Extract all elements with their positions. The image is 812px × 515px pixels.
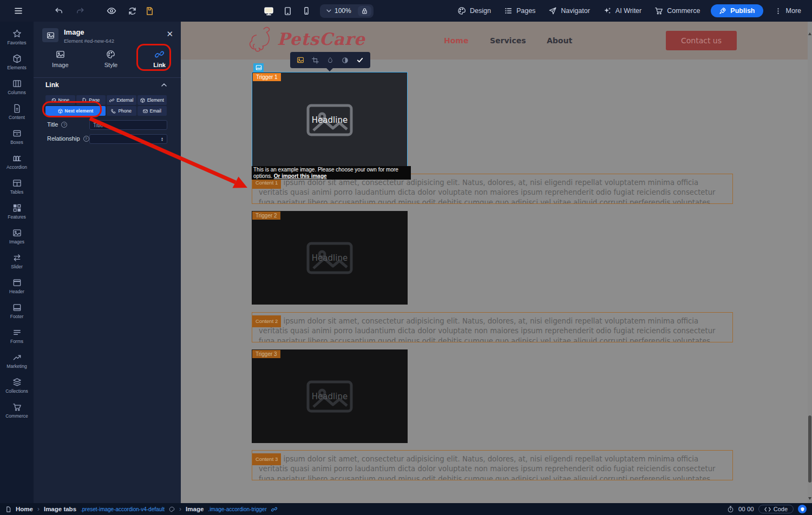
pages-button[interactable]: Pages xyxy=(499,6,541,15)
sidebar-item-commerce[interactable]: Commerce xyxy=(0,398,34,423)
nav-home[interactable]: Home xyxy=(444,36,468,45)
publish-button[interactable]: Publish xyxy=(711,4,763,17)
link-type-grid: None Page External Element Next element … xyxy=(45,95,167,116)
content-text: Lorem ipsum dolor sit amet, consectetur … xyxy=(259,455,715,480)
breadcrumb-image[interactable]: Image xyxy=(186,506,204,512)
image-accordion-trigger-2[interactable]: Trigger 2 Headline xyxy=(252,211,408,305)
import-image-link[interactable]: Or import this image xyxy=(274,173,327,179)
tab-style[interactable]: Style xyxy=(104,50,117,68)
close-icon[interactable]: ✕ xyxy=(166,29,173,39)
desktop-view-icon[interactable] xyxy=(263,5,274,16)
image-settings-panel: Image Element #ed-new-642 ✕ Image Style … xyxy=(34,22,181,503)
accordion-content-3[interactable]: Content 3 Lorem ipsum dolor sit amet, co… xyxy=(252,450,733,480)
menu-icon[interactable] xyxy=(13,5,24,16)
sidebar-item-slider[interactable]: Slider xyxy=(0,249,34,274)
undo-icon[interactable] xyxy=(53,5,64,16)
save-icon[interactable] xyxy=(144,5,155,16)
trigger-class-name[interactable]: .image-accordion-trigger xyxy=(208,506,266,512)
zoom-level: 100% xyxy=(335,7,351,15)
link-type-external[interactable]: External xyxy=(107,95,136,105)
toolbar-right-group: Design Pages Navigator AI Writer Commerc… xyxy=(452,0,807,22)
help-icon[interactable]: ? xyxy=(61,122,67,128)
sidebar-item-content[interactable]: Content xyxy=(0,100,34,124)
chevron-right-icon: › xyxy=(179,505,181,513)
nav-services[interactable]: Services xyxy=(490,36,526,45)
sidebar-item-images[interactable]: Images xyxy=(0,224,34,249)
tablet-view-icon[interactable] xyxy=(282,5,293,16)
link-type-element[interactable]: Element xyxy=(137,95,167,105)
ai-writer-button[interactable]: AI Writer xyxy=(598,6,647,15)
image-element-tag[interactable] xyxy=(253,63,264,72)
top-toolbar: 100% Design Pages Navigator xyxy=(0,0,812,22)
sidebar-item-marketing[interactable]: Marketing xyxy=(0,348,34,373)
image-accordion-trigger-3[interactable]: Trigger 3 Headline xyxy=(252,349,408,443)
accordion-content-2[interactable]: Content 2 Lorem ipsum dolor sit amet, co… xyxy=(252,312,733,342)
box-icon xyxy=(12,129,22,138)
palette-icon xyxy=(457,6,466,15)
palette-icon[interactable] xyxy=(169,506,175,512)
sidebar-item-boxes[interactable]: Boxes xyxy=(0,124,34,149)
contact-us-button[interactable]: Contact us xyxy=(666,31,737,50)
link-chain-icon xyxy=(155,50,164,59)
zoom-dropdown[interactable]: 100% xyxy=(322,6,356,16)
navigator-button[interactable]: Navigator xyxy=(543,6,595,15)
header-icon xyxy=(12,278,22,287)
sidebar-item-footer[interactable]: Footer xyxy=(0,299,34,323)
breadcrumb-home[interactable]: Home xyxy=(16,506,33,512)
crop-icon[interactable] xyxy=(311,56,320,64)
redo-icon[interactable] xyxy=(75,5,86,16)
preview-eye-icon[interactable] xyxy=(106,5,117,16)
sidebar-item-elements[interactable]: Elements xyxy=(0,50,34,75)
assistant-badge[interactable] xyxy=(798,505,807,513)
canvas-scrollbar[interactable] xyxy=(808,22,812,503)
link-type-phone[interactable]: Phone xyxy=(107,106,136,116)
sidebar-item-accordion[interactable]: Accordion xyxy=(0,149,34,174)
sidebar-item-collections[interactable]: Collections xyxy=(0,373,34,398)
image-accordion-trigger-1[interactable]: Trigger 1 Headline xyxy=(252,72,408,168)
more-button[interactable]: More xyxy=(769,7,807,15)
confirm-check-icon[interactable] xyxy=(356,56,364,64)
link-chain-icon[interactable] xyxy=(271,506,277,512)
site-logo[interactable]: PetsCare xyxy=(249,25,365,52)
sidebar-item-columns[interactable]: Columns xyxy=(0,75,34,100)
tab-link[interactable]: Link xyxy=(153,50,166,68)
scroll-up-arrow[interactable] xyxy=(808,32,811,35)
commerce-button[interactable]: Commerce xyxy=(649,6,705,15)
zoom-lock-button[interactable] xyxy=(358,6,371,16)
link-type-page[interactable]: Page xyxy=(76,95,106,105)
sidebar-item-header[interactable]: Header xyxy=(0,274,34,299)
relationship-select[interactable]: ▲▼ xyxy=(89,134,167,144)
sidebar-item-features[interactable]: Features xyxy=(0,199,34,224)
design-button[interactable]: Design xyxy=(452,6,496,15)
sidebar-item-forms[interactable]: Forms xyxy=(0,323,34,348)
scroll-thumb[interactable] xyxy=(808,415,811,483)
preset-class-name[interactable]: .preset-image-accordion-v4-default xyxy=(81,506,165,512)
sidebar-item-favorites[interactable]: Favorites xyxy=(0,25,34,50)
scroll-down-arrow[interactable] xyxy=(808,497,811,500)
site-header: PetsCare Home Services About Contact us xyxy=(181,22,808,60)
email-icon xyxy=(143,109,148,114)
title-input[interactable] xyxy=(89,120,167,130)
link-section-header[interactable]: Link xyxy=(45,81,167,89)
link-type-next-element[interactable]: Next element xyxy=(45,106,106,116)
refresh-icon[interactable] xyxy=(127,5,137,16)
website-builder-app: 100% Design Pages Navigator xyxy=(0,0,812,515)
paper-plane-icon xyxy=(548,6,557,15)
help-icon[interactable]: ? xyxy=(83,136,89,142)
sidebar-item-tables[interactable]: Tables xyxy=(0,174,34,199)
mobile-view-icon[interactable] xyxy=(301,5,312,16)
page-icon xyxy=(5,506,11,512)
link-type-none[interactable]: None xyxy=(45,95,75,105)
tab-image[interactable]: Image xyxy=(52,50,69,68)
contrast-icon[interactable] xyxy=(340,56,349,64)
replace-image-icon[interactable] xyxy=(296,56,305,64)
select-arrows-icon: ▲▼ xyxy=(161,137,163,141)
image-icon xyxy=(12,228,22,237)
link-type-email[interactable]: Email xyxy=(137,106,167,116)
blur-droplet-icon[interactable] xyxy=(326,56,335,64)
nav-about[interactable]: About xyxy=(547,36,572,45)
sparkles-icon xyxy=(603,6,612,15)
breadcrumb-image-tabs[interactable]: Image tabs xyxy=(44,506,76,512)
features-grid-icon xyxy=(12,203,22,213)
code-button[interactable]: Code xyxy=(758,505,794,513)
